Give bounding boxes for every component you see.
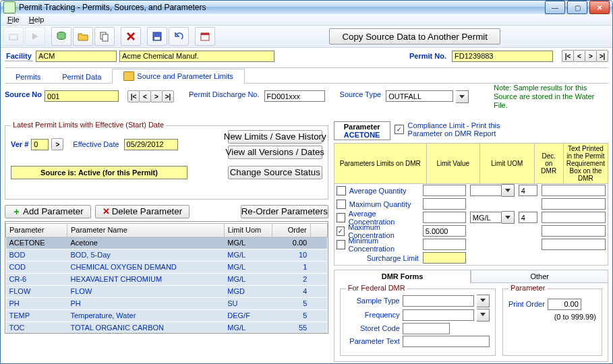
permit-prev-button[interactable]: < (573, 50, 585, 62)
limit-checkbox[interactable] (337, 213, 345, 222)
surcharge-field[interactable] (423, 252, 466, 264)
facility-label: Facility (5, 51, 33, 61)
eff-date-label: Effective Date (73, 140, 119, 148)
table-row[interactable]: CODCHEMICAL OXYGEN DEMANDMG/L1 (6, 261, 328, 273)
col-order[interactable]: Order (272, 223, 310, 237)
compliance-checkbox[interactable]: ✓ (395, 125, 404, 134)
source-last-button[interactable]: >| (162, 90, 174, 102)
tab-permits[interactable]: Permits (5, 71, 51, 83)
table-row[interactable]: BODBOD, 5-DayMG/L10 (6, 249, 328, 261)
view-all-button[interactable]: View all Versions / Dates (228, 146, 322, 159)
source-status: Source is: Active (for this Permit) (11, 166, 187, 179)
limit-value-field[interactable] (423, 212, 466, 223)
frequency-dropdown[interactable] (477, 309, 490, 322)
limit-label: Maximum Quantity (349, 200, 411, 208)
source-type-label: Source Type (340, 90, 382, 98)
source-prev-button[interactable]: < (139, 90, 151, 102)
source-type-dropdown[interactable] (456, 90, 469, 103)
limit-dec-field[interactable]: 4 (519, 212, 537, 223)
source-type-field[interactable]: OUTFALL (386, 90, 453, 102)
limit-value-field[interactable] (423, 239, 466, 250)
tab-permit-data[interactable]: Permit Data (51, 71, 112, 83)
copy-source-button[interactable]: Copy Source Data to Another Permit (329, 28, 500, 44)
source-no-field[interactable]: 001 (45, 90, 119, 102)
limit-dec-field[interactable]: 4 (519, 185, 537, 196)
print-order-field[interactable]: 0.00 (548, 299, 581, 310)
limit-text-field[interactable] (542, 185, 606, 196)
limit-text-field[interactable] (542, 225, 606, 237)
save-icon[interactable] (147, 27, 167, 46)
table-row[interactable]: FLOWFLOWMGD4 (6, 285, 328, 297)
limit-checkbox[interactable] (337, 186, 346, 195)
source-first-button[interactable]: |< (127, 90, 140, 102)
toolbar-btn-1[interactable] (3, 27, 24, 46)
table-row[interactable]: TOCTOTAL ORGANIC CARBONMG/L55 (6, 322, 328, 334)
minimize-button[interactable]: — (545, 1, 565, 14)
change-status-button[interactable]: Change Source Status (228, 166, 322, 179)
limit-label: Average Quantity (349, 187, 407, 195)
tab-source-limits-label: Source and Parameter Limits (137, 72, 233, 80)
limit-value-field[interactable]: 5.0000 (423, 225, 466, 237)
delete-parameter-button[interactable]: ✕ Delete Parameter (95, 205, 189, 218)
facility-name-field: Acme Chemical Manuf. (119, 51, 274, 62)
frequency-field[interactable] (403, 309, 474, 321)
undo-icon[interactable] (169, 27, 189, 46)
parameter-table[interactable]: Parameter Parameter Name Limit Uom Order… (5, 221, 328, 334)
storet-field[interactable] (403, 323, 450, 334)
limit-checkbox[interactable]: ✓ (337, 226, 345, 236)
copy-icon[interactable] (94, 27, 115, 46)
permit-no-field[interactable]: FD1239883 (452, 51, 553, 62)
permit-discharge-label: Permit Discharge No. (189, 90, 260, 98)
limit-uom-field[interactable] (470, 185, 502, 196)
limit-text-field[interactable] (542, 239, 606, 250)
open-folder-icon[interactable] (73, 27, 93, 46)
table-row[interactable]: PHPHSU5 (6, 297, 328, 309)
table-row[interactable]: CR-6HEXAVALENT CHROMIUMMG/L2 (6, 273, 328, 285)
permit-last-button[interactable]: >| (596, 50, 608, 62)
sample-type-field[interactable] (403, 295, 474, 307)
source-next-button[interactable]: > (150, 90, 163, 102)
storet-label: Storet Code (346, 324, 400, 332)
limit-text-field[interactable] (542, 212, 606, 223)
new-limits-button[interactable]: New Limits / Save History (228, 130, 322, 144)
table-row[interactable]: ACETONEAcetoneMG/L0.00 (6, 237, 328, 249)
eff-date-field[interactable]: 05/29/2012 (124, 139, 178, 150)
close-button[interactable]: ✕ (589, 1, 610, 14)
limit-checkbox[interactable] (337, 200, 346, 209)
reorder-parameters-button[interactable]: Re-Order Parameters (241, 205, 328, 218)
limit-value-field[interactable] (423, 198, 466, 210)
col-parameter[interactable]: Parameter (6, 223, 67, 237)
tab-source-limits[interactable]: Source and Parameter Limits (112, 69, 244, 84)
permit-next-button[interactable]: > (585, 50, 597, 62)
ver-field[interactable]: 0 (31, 139, 49, 150)
col-name[interactable]: Parameter Name (67, 223, 225, 237)
menu-file[interactable]: File (5, 14, 22, 25)
limit-text-field[interactable] (542, 198, 606, 210)
permit-first-button[interactable]: |< (562, 50, 574, 62)
latest-limits-title: Latest Permit Limits with Effective (Sta… (11, 121, 166, 129)
limit-checkbox[interactable] (337, 240, 345, 249)
federal-dmr-title: For Federal DMR (346, 284, 407, 292)
limit-uom-field[interactable]: MG/L (470, 212, 502, 223)
database-icon[interactable] (51, 27, 71, 46)
add-parameter-button[interactable]: ＋ Add Parameter (5, 205, 91, 218)
limit-value-field[interactable] (423, 185, 466, 196)
facility-code-field[interactable]: ACM (36, 51, 117, 62)
col-uom[interactable]: Limit Uom (224, 223, 272, 237)
ver-next-button[interactable]: > (51, 138, 63, 150)
limit-uom-dropdown[interactable] (502, 211, 515, 224)
toolbar-btn-2[interactable] (25, 27, 45, 46)
table-row[interactable]: TEMPTemperature, WaterDEG/F5 (6, 309, 328, 322)
tab-other[interactable]: Other (471, 270, 608, 283)
limit-uom-dropdown[interactable] (502, 184, 515, 197)
svg-rect-7 (201, 33, 209, 35)
menu-help[interactable]: Help (26, 14, 47, 25)
delete-icon[interactable] (121, 27, 141, 46)
compliance-label: Compliance Limit - Print this Parameter … (408, 121, 509, 138)
permit-discharge-field[interactable]: FD001xxx (264, 90, 325, 102)
sample-type-dropdown[interactable] (477, 295, 490, 307)
param-text-field[interactable] (403, 336, 490, 347)
calendar-icon[interactable] (195, 27, 215, 46)
maximize-button[interactable]: ▢ (567, 1, 587, 14)
tab-dmr-forms[interactable]: DMR Forms (334, 270, 471, 283)
